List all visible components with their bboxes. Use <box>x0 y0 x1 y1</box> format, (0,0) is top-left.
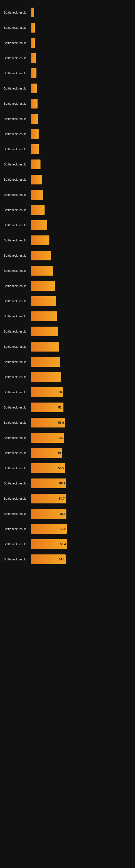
bar-container <box>31 175 135 184</box>
bar <box>31 53 36 63</box>
bar-container <box>31 99 135 108</box>
bar-container: 55.9 <box>31 524 135 534</box>
bar-label: Bottleneck result <box>3 178 31 181</box>
bar-container <box>31 296 135 306</box>
bar-row: Bottleneck result <box>3 142 135 156</box>
bar-container <box>31 38 135 48</box>
bar-label: Bottleneck result <box>3 132 31 135</box>
bar-row: Bottleneck result <box>3 264 135 278</box>
bar <box>31 357 60 367</box>
bar-row: Bottleneck result <box>3 97 135 111</box>
bar-container <box>31 342 135 351</box>
bar-label: Bottleneck result <box>3 467 31 470</box>
bar-value: 50 <box>58 391 62 394</box>
bar-label: Bottleneck result <box>3 269 31 272</box>
bar-row: Bottleneck result53.6 <box>3 415 135 430</box>
bar-row: Bottleneck result <box>3 340 135 354</box>
bar-row: Bottleneck result <box>3 294 135 308</box>
bar-label: Bottleneck result <box>3 26 31 29</box>
bar-row: Bottleneck result <box>3 51 135 65</box>
bar-row: Bottleneck result <box>3 66 135 80</box>
bar-label: Bottleneck result <box>3 542 31 546</box>
bar <box>31 236 49 245</box>
bar <box>31 68 37 78</box>
bar-row: Bottleneck result <box>3 188 135 202</box>
bar-label: Bottleneck result <box>3 102 31 105</box>
bar-row: Bottleneck result <box>3 112 135 126</box>
bar-label: Bottleneck result <box>3 72 31 75</box>
bar-container <box>31 53 135 63</box>
bar: 50 <box>31 388 63 397</box>
bar <box>31 175 42 184</box>
bar-label: Bottleneck result <box>3 254 31 257</box>
bar: 54.7 <box>31 494 66 503</box>
bar-row: Bottleneck result <box>3 279 135 293</box>
bar-row: Bottleneck result <box>3 157 135 172</box>
bar: 55.3 <box>31 478 66 488</box>
bar-container <box>31 357 135 367</box>
bar-label: Bottleneck result <box>3 360 31 364</box>
bar-row: Bottleneck result <box>3 324 135 339</box>
bar-label: Bottleneck result <box>3 375 31 379</box>
bar-row: Bottleneck result49 <box>3 446 135 460</box>
bar-value: 54.4 <box>59 558 64 561</box>
bar-label: Bottleneck result <box>3 300 31 303</box>
bar-row: Bottleneck result54.4 <box>3 552 135 566</box>
bar <box>31 23 35 33</box>
bar <box>31 220 47 230</box>
bar-container: 53.5 <box>31 463 135 473</box>
bar-value: 52. <box>59 436 63 439</box>
bar-row: Bottleneck result56.4 <box>3 537 135 551</box>
bar-container <box>31 220 135 230</box>
bar: 52. <box>31 433 64 443</box>
bar-container <box>31 190 135 199</box>
bar-container: 49 <box>31 448 135 458</box>
bar-label: Bottleneck result <box>3 56 31 60</box>
bar-label: Bottleneck result <box>3 117 31 120</box>
bar-label: Bottleneck result <box>3 163 31 166</box>
bar-row: Bottleneck result52. <box>3 431 135 445</box>
bar <box>31 84 37 93</box>
bar-row: Bottleneck result <box>3 248 135 262</box>
bar-container <box>31 144 135 154</box>
bar-row: Bottleneck result <box>3 233 135 247</box>
bar-row: Bottleneck result <box>3 218 135 232</box>
bar-row: Bottleneck result55.9 <box>3 522 135 536</box>
bar-row: Bottleneck result55.3 <box>3 476 135 490</box>
bar-row: Bottleneck result <box>3 370 135 384</box>
bar-row: Bottleneck result50 <box>3 385 135 399</box>
bar-container <box>31 159 135 169</box>
bar-container <box>31 281 135 291</box>
bar-container: 56.4 <box>31 539 135 549</box>
bar-value: 53.5 <box>58 467 64 470</box>
bar: 53.6 <box>31 418 65 428</box>
bar-row: Bottleneck result54.7 <box>3 492 135 506</box>
bar-container <box>31 84 135 93</box>
bar: 55.6 <box>31 509 66 519</box>
bar-label: Bottleneck result <box>3 527 31 531</box>
bar <box>31 205 45 215</box>
bar: 51. <box>31 403 63 412</box>
bar <box>31 38 35 48</box>
bar-row: Bottleneck result55.6 <box>3 507 135 521</box>
site-title <box>0 0 135 4</box>
bar-label: Bottleneck result <box>3 406 31 409</box>
bar-value: 54.7 <box>59 497 65 500</box>
bar: 53.5 <box>31 463 65 473</box>
bar-container <box>31 129 135 139</box>
bar-container <box>31 266 135 276</box>
bar-row: Bottleneck result <box>3 309 135 323</box>
bar-label: Bottleneck result <box>3 239 31 242</box>
bar-container <box>31 23 135 33</box>
bar-label: Bottleneck result <box>3 87 31 90</box>
bar <box>31 311 57 321</box>
bar-label: Bottleneck result <box>3 391 31 394</box>
bar-label: Bottleneck result <box>3 482 31 485</box>
bar-container: 55.3 <box>31 478 135 488</box>
bar-container: 53.6 <box>31 418 135 428</box>
bar-label: Bottleneck result <box>3 41 31 44</box>
bar-row: Bottleneck result <box>3 36 135 50</box>
bar-container: 54.4 <box>31 554 135 564</box>
bar-value: 55.3 <box>59 482 65 485</box>
bar-label: Bottleneck result <box>3 315 31 318</box>
